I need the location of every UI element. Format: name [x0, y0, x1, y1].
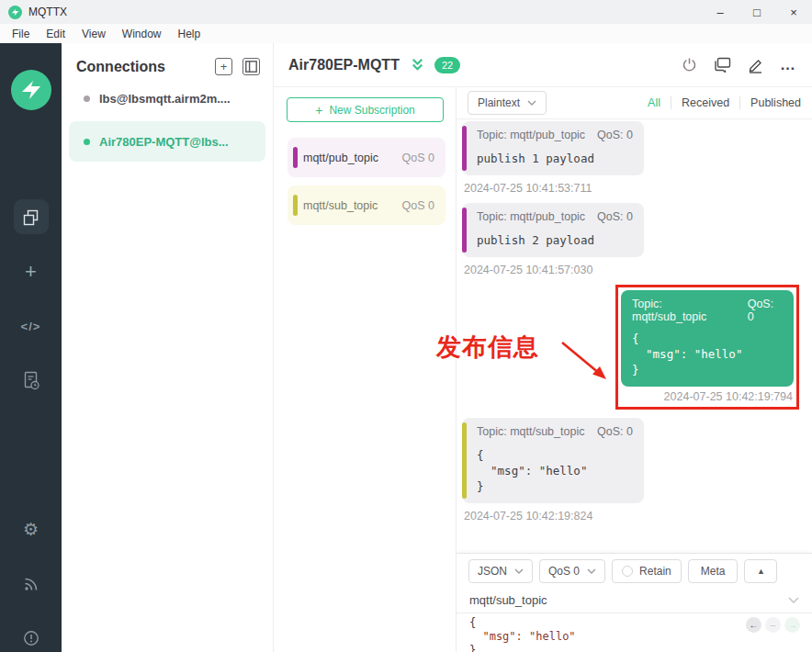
panel-layout-icon	[245, 61, 257, 73]
subscription-item[interactable]: mqtt/sub_topic QoS 0	[288, 185, 445, 225]
edit-button[interactable]	[746, 56, 764, 74]
titlebar: MQTTX – □ ×	[0, 0, 812, 24]
subscription-topic: mqtt/pub_topic	[303, 152, 378, 164]
mqttx-logo-icon	[11, 70, 51, 110]
topic-color-bar	[293, 147, 298, 168]
divider	[671, 96, 671, 109]
message-timestamp: 2024-07-25 10:41:57:030	[464, 264, 805, 276]
connection-item[interactable]: lbs@lbsmqtt.airm2m....	[62, 84, 273, 112]
annotation-text: 发布信息	[436, 331, 539, 364]
message-topic: Topic: mqtt/pub_topic	[477, 210, 585, 223]
message-bubble[interactable]: Topic: mqtt/sub_topic QoS: 0 { "msg": "h…	[462, 418, 644, 503]
connections-icon	[21, 208, 40, 227]
plus-icon: +	[315, 103, 322, 118]
topic-input[interactable]	[469, 593, 788, 607]
window-title: MQTTX	[28, 6, 67, 18]
chevron-down-icon	[587, 568, 596, 574]
add-connection-button[interactable]: +	[215, 58, 232, 75]
connection-header: Air780EP-MQTT 22	[274, 43, 812, 87]
chat-icon	[714, 57, 731, 73]
connection-label: Air780EP-MQTT@lbs...	[99, 135, 229, 149]
message-qos: QoS: 0	[588, 425, 633, 438]
menubar: File Edit View Window Help	[0, 24, 812, 43]
sidebar-item-new-connection[interactable]: +	[0, 258, 62, 286]
retain-label: Retain	[639, 565, 671, 578]
publish-format-value: JSON	[478, 565, 507, 578]
message-payload: { "msg": "hello" }	[477, 447, 633, 494]
sidebar-item-script[interactable]: </>	[0, 312, 62, 340]
maximize-button[interactable]: □	[739, 0, 775, 24]
minimize-button[interactable]: –	[702, 0, 739, 24]
meta-button[interactable]: Meta	[688, 559, 739, 583]
message-timestamp: 2024-07-25 10:42:19:794	[621, 390, 793, 403]
history-prev-button[interactable]: ←	[746, 617, 761, 633]
messages-button[interactable]	[713, 56, 731, 74]
topic-color-bar	[462, 126, 467, 171]
chevron-down-icon[interactable]	[788, 597, 799, 603]
radio-icon	[622, 566, 633, 577]
new-subscription-button[interactable]: + New Subscription	[287, 97, 444, 122]
rss-icon	[23, 576, 39, 592]
menu-item-file[interactable]: File	[4, 28, 38, 40]
power-icon	[682, 57, 697, 73]
filter-published[interactable]: Published	[750, 96, 801, 109]
payload-format-dropdown[interactable]: Plaintext	[468, 91, 547, 115]
topic-input-row	[457, 588, 812, 613]
publish-format-dropdown[interactable]: JSON	[468, 559, 533, 583]
filter-received[interactable]: Received	[682, 96, 729, 109]
payload-editor[interactable]: { "msg": "hello" } ← – →	[457, 613, 812, 652]
subscription-item[interactable]: mqtt/pub_topic QoS 0	[288, 138, 445, 177]
retain-toggle[interactable]: Retain	[612, 559, 682, 583]
plus-icon: +	[25, 260, 37, 284]
sidebar-item-log[interactable]	[0, 367, 62, 395]
publish-qos-value: QoS 0	[548, 565, 580, 578]
connections-panel: Connections + lbs@lbsmqtt.airm2m....	[62, 43, 274, 652]
menu-item-window[interactable]: Window	[114, 28, 170, 40]
message-payload: { "msg": "hello" }	[632, 331, 783, 377]
collapse-panel-button[interactable]	[242, 58, 260, 75]
menu-item-view[interactable]: View	[73, 28, 114, 40]
subscriptions-panel: + New Subscription mqtt/pub_topic QoS 0 …	[274, 87, 457, 652]
message-payload: publish 1 payload	[477, 151, 633, 166]
mqttx-brand-button[interactable]	[0, 70, 62, 110]
menu-item-help[interactable]: Help	[170, 28, 209, 40]
close-button[interactable]: ×	[775, 0, 812, 24]
payload-line: }	[469, 644, 812, 652]
message-payload: publish 2 payload	[477, 232, 633, 248]
topic-color-bar	[462, 208, 467, 253]
double-chevron-down-icon[interactable]	[410, 57, 425, 73]
message-bubble[interactable]: Topic: mqtt/pub_topic QoS: 0 publish 1 p…	[462, 121, 644, 175]
sidebar-item-settings[interactable]: ⚙	[0, 515, 62, 543]
message-timestamp: 2024-07-25 10:42:19:824	[464, 510, 805, 523]
publish-panel: JSON QoS 0 Retain Meta	[457, 553, 812, 652]
history-next-button[interactable]: →	[784, 617, 800, 633]
connection-item-active[interactable]: Air780EP-MQTT@lbs...	[69, 121, 265, 162]
disconnect-button[interactable]	[680, 56, 698, 74]
message-topic: Topic: mqtt/sub_topic	[632, 298, 739, 323]
more-options-button[interactable]: …	[779, 56, 797, 74]
message-bubble[interactable]: Topic: mqtt/pub_topic QoS: 0 publish 2 p…	[462, 203, 644, 257]
history-dash-button[interactable]: –	[765, 617, 781, 633]
annotation-highlight-box: Topic: mqtt/sub_topic QoS: 0 { "msg": "h…	[615, 285, 799, 410]
collapse-editor-button[interactable]: ▲	[744, 559, 777, 583]
new-subscription-label: New Subscription	[329, 104, 414, 117]
message-qos: QoS: 0	[588, 129, 633, 141]
sidebar-item-about[interactable]	[0, 624, 62, 652]
chevron-down-icon	[527, 100, 536, 106]
sidebar-item-feed[interactable]	[0, 570, 62, 598]
menu-item-edit[interactable]: Edit	[38, 28, 73, 40]
sidebar-item-connections[interactable]	[0, 199, 62, 234]
gear-icon: ⚙	[23, 519, 39, 540]
message-qos: QoS: 0	[588, 210, 633, 223]
chevron-down-icon	[514, 568, 524, 574]
info-icon	[23, 630, 39, 646]
message-bubble-published[interactable]: Topic: mqtt/sub_topic QoS: 0 { "msg": "h…	[621, 290, 794, 387]
filter-all[interactable]: All	[648, 96, 660, 109]
message-qos: QoS: 0	[739, 298, 783, 323]
publish-qos-dropdown[interactable]: QoS 0	[539, 559, 605, 583]
mqttx-window: MQTTX – □ × File Edit View Window Help	[0, 0, 812, 652]
nav-sidebar: + </> ⚙	[0, 43, 62, 652]
message-timestamp: 2024-07-25 10:41:53:711	[464, 182, 805, 195]
message-topic: Topic: mqtt/sub_topic	[477, 425, 584, 438]
message-topic: Topic: mqtt/pub_topic	[477, 129, 585, 141]
